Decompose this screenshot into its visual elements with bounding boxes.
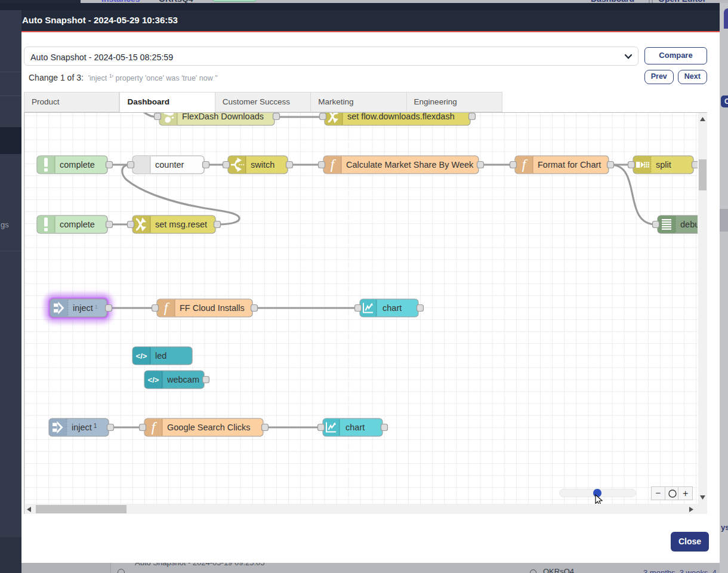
svg-text:led: led (155, 351, 166, 361)
svg-text:chart: chart (346, 423, 365, 432)
svg-text:FlexDash Downloads: FlexDash Downloads (182, 113, 264, 121)
svg-text:split: split (656, 160, 671, 170)
svg-text:complete: complete (60, 160, 95, 170)
svg-text:Format for Chart: Format for Chart (538, 160, 601, 170)
svg-text:switch: switch (251, 160, 274, 170)
svg-text:</>: </> (136, 352, 147, 361)
svg-text:counter: counter (155, 160, 184, 170)
svg-text:set flow.downloads.flexdash: set flow.downloads.flexdash (347, 113, 455, 121)
svg-text:complete: complete (60, 220, 95, 229)
svg-text:set msg.reset: set msg.reset (155, 220, 207, 229)
svg-text:chart: chart (382, 303, 402, 313)
svg-text:webcam: webcam (166, 375, 199, 384)
svg-text:FF Cloud Installs: FF Cloud Installs (180, 303, 245, 313)
svg-text:Calculate Market Share By Week: Calculate Market Share By Week (346, 160, 474, 170)
svg-text:debug: debug (680, 220, 698, 229)
svg-text:</>: </> (148, 375, 159, 384)
svg-text:Google Search Clicks: Google Search Clicks (167, 423, 250, 432)
